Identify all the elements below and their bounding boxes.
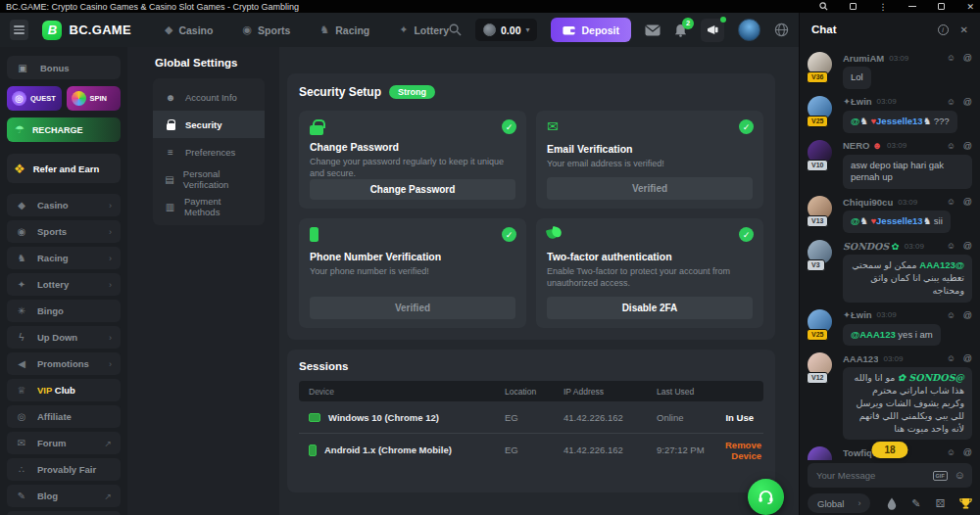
balance-selector[interactable]: 0.00 ▾ — [475, 19, 537, 41]
settings-nav-payment-methods[interactable]: ▥ Payment Methods — [153, 193, 265, 220]
mention-icon[interactable]: @ — [963, 197, 972, 207]
timestamp: 03:09 — [887, 141, 906, 150]
refer-and-earn-button[interactable]: ❖ Refer and Earn — [7, 154, 121, 183]
top-nav-item-sports[interactable]: ◉ Sports — [242, 23, 290, 36]
mention-icon[interactable]: @ — [963, 53, 972, 63]
session-last-used: Online — [657, 412, 725, 423]
add-reaction-icon[interactable]: ☺ — [947, 310, 956, 320]
sidebar-item-bonus[interactable]: ▣ Bonus — [7, 56, 121, 79]
add-reaction-icon[interactable]: ☺ — [947, 197, 956, 207]
username[interactable]: ✦Łwin — [843, 309, 872, 320]
notification-count-badge: 2 — [682, 18, 694, 29]
add-reaction-icon[interactable]: ☺ — [947, 447, 956, 457]
timestamp: 03:09 — [898, 198, 917, 207]
card-action-button[interactable]: Change Password — [310, 179, 515, 200]
add-reaction-icon[interactable]: ☺ — [947, 53, 956, 63]
user-avatar[interactable] — [738, 19, 760, 41]
announcements-button[interactable] — [701, 19, 724, 42]
document-icon: ▤ — [165, 174, 174, 185]
sidebar-item-sports[interactable]: ◉ Sports › ↗ — [7, 220, 121, 243]
username[interactable]: Chiqui90cu — [843, 197, 893, 208]
maximize-button[interactable] — [938, 3, 945, 10]
menu-kebab-icon[interactable]: ⋮ — [878, 2, 887, 12]
rain-drop-icon[interactable] — [887, 497, 897, 510]
top-nav-item-lottery[interactable]: ✦ Lottery — [399, 23, 449, 36]
mention-icon[interactable]: @ — [963, 353, 972, 363]
chat-channel-selector[interactable]: Global › — [808, 493, 870, 513]
sidebar-item-provably-fair[interactable]: ∴ Provably Fair › ↗ — [7, 458, 121, 481]
settings-nav-security[interactable]: Security — [153, 111, 265, 138]
mention-icon[interactable]: @ — [963, 97, 972, 107]
top-nav-item-racing[interactable]: ♞ Racing — [319, 23, 369, 36]
dice-icon[interactable]: ⚄ — [935, 497, 945, 510]
card-action-button[interactable]: Verified — [310, 297, 515, 319]
add-reaction-icon[interactable]: ☺ — [947, 241, 956, 251]
settings-nav-preferences[interactable]: ≡ Preferences — [153, 138, 265, 165]
left-sidebar: ▣ Bonus ◎ QUEST SPIN ☂ RECHARGE ❖ Refer … — [0, 47, 127, 515]
card-action-button[interactable]: Verified — [547, 177, 753, 200]
card-title: Two-factor authentication — [547, 251, 753, 262]
casino-icon: ◆ — [165, 23, 172, 36]
mention-icon[interactable]: @ — [963, 141, 972, 151]
add-reaction-icon[interactable]: ☺ — [947, 141, 956, 151]
inbox-icon[interactable] — [645, 24, 661, 36]
add-reaction-icon[interactable]: ☺ — [947, 353, 956, 363]
settings-nav-account-info[interactable]: ☻ Account Info — [153, 83, 265, 111]
quest-button[interactable]: ◎ QUEST — [7, 86, 62, 111]
minimize-button[interactable] — [908, 6, 916, 7]
chat-title: Chat — [811, 23, 837, 35]
mention-icon[interactable]: @ — [963, 310, 972, 320]
recharge-button[interactable]: ☂ RECHARGE — [7, 117, 121, 142]
search-icon[interactable] — [819, 2, 828, 11]
top-nav-item-casino[interactable]: ◆ Casino — [165, 23, 213, 36]
sidebar-item-racing[interactable]: ♞ Racing › ↗ — [7, 247, 121, 269]
list-icon: ≡ — [165, 147, 176, 158]
add-reaction-icon[interactable]: ☺ — [947, 97, 956, 107]
sidebar-item-casino[interactable]: ◆ Casino › ↗ — [7, 194, 121, 216]
session-action[interactable]: Remove Device — [725, 440, 761, 461]
language-globe-icon[interactable] — [774, 23, 789, 37]
support-button[interactable] — [748, 479, 784, 515]
sidebar-item-sport-betting-insig-[interactable]: ♟ Sport Betting Insig... › ↗ — [7, 511, 121, 515]
bcgame-logo[interactable]: B BC.GAME — [42, 21, 131, 40]
trophy-icon[interactable] — [959, 497, 972, 509]
username[interactable]: NERO ☻ — [843, 140, 882, 151]
sidebar-item-bingo[interactable]: ✳ Bingo › ↗ — [7, 300, 121, 322]
moderation-pencil-icon[interactable]: ✎ — [911, 497, 920, 510]
tab-icon[interactable] — [850, 3, 857, 10]
info-icon[interactable]: i — [938, 24, 949, 35]
avatar[interactable] — [808, 446, 832, 460]
bonus-label: Bonus — [40, 63, 111, 73]
notifications-bell-icon[interactable]: 2 — [674, 23, 687, 37]
username[interactable]: AAA123 — [843, 353, 878, 364]
sidebar-item-up-down[interactable]: ϟ Up Down › ↗ — [7, 326, 121, 349]
bcgame-app-window: BC.GAME: Crypto Casino Games & Casino Sl… — [0, 0, 980, 515]
close-button[interactable]: ✕ — [966, 2, 974, 12]
sidebar-item-vip-club[interactable]: ♕ VIP Club › ↗ — [7, 379, 121, 401]
message-actions: ☺ @ — [947, 447, 972, 457]
username[interactable]: ✦Łwin — [843, 96, 872, 107]
search-icon[interactable] — [449, 23, 462, 36]
chat-message: V3 SONDOS ✿ 03:09 ☺ @ @AAA123 ممكن لو سم… — [808, 240, 972, 302]
sidebar-item-affiliate[interactable]: ◎ Affiliate › ↗ — [7, 405, 121, 428]
verified-check-icon: ✓ — [502, 119, 516, 134]
username[interactable]: SONDOS ✿ — [843, 241, 900, 252]
gif-icon[interactable]: GIF — [933, 471, 948, 481]
sidebar-item-promotions[interactable]: ◀ Promotions › ↗ — [7, 352, 121, 375]
sidebar-item-lottery[interactable]: ✦ Lottery › ↗ — [7, 273, 121, 296]
unread-messages-chip[interactable]: 18 — [871, 442, 907, 458]
session-action[interactable]: In Use — [725, 412, 754, 423]
spin-button[interactable]: SPIN — [67, 86, 122, 111]
chat-close-icon[interactable]: ✕ — [960, 24, 968, 35]
sidebar-item-blog[interactable]: ✎ Blog › ↗ — [7, 485, 121, 507]
card-action-button[interactable]: Disable 2FA — [547, 297, 753, 319]
sidebar-item-forum[interactable]: ✉ Forum › ↗ — [7, 432, 121, 454]
username[interactable]: ArumiAM — [843, 53, 884, 64]
deposit-button[interactable]: Deposit — [551, 18, 631, 42]
hamburger-menu-button[interactable] — [10, 20, 28, 40]
shield-icon — [547, 227, 753, 245]
mention-icon[interactable]: @ — [963, 241, 972, 251]
emoji-icon[interactable]: ☺ — [955, 470, 965, 481]
mention-icon[interactable]: @ — [963, 447, 972, 457]
settings-nav-personal-verification[interactable]: ▤ Personal Verification — [153, 165, 265, 193]
